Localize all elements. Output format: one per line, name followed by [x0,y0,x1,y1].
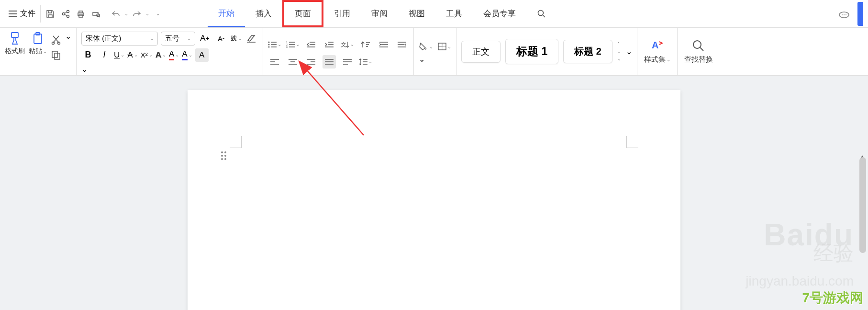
vertical-scrollbar[interactable] [859,157,866,253]
quick-access-toolbar [41,5,106,23]
print-icon[interactable] [76,9,86,19]
styles-expand-icon[interactable]: ⌄ [626,47,632,56]
find-replace-label: 查找替换 [684,55,713,64]
bold-icon[interactable]: B [81,48,95,62]
svg-point-2 [67,15,69,17]
font-expand-icon[interactable]: ⌄ [81,65,258,74]
side-panel-indicator[interactable] [857,2,863,26]
change-case-button[interactable]: 嫂⌄ [231,34,242,43]
watermark-site7: 7号游戏网 [802,289,863,307]
svg-point-21 [268,44,270,45]
qat-dropdown[interactable]: ⌄ [156,11,160,16]
highlight-button[interactable]: A⌄ [169,49,179,60]
tab-vip[interactable]: 会员专享 [473,0,526,27]
font-size-combo[interactable]: 五号⌄ [161,32,195,46]
drag-handle-icon[interactable] [221,151,226,160]
svg-text:A: A [652,40,658,50]
clear-format-icon[interactable] [245,32,258,45]
tab-review[interactable]: 审阅 [361,0,398,27]
print-preview-icon[interactable] [91,9,101,19]
line-spacing-button[interactable]: ⌄ [359,58,372,66]
undo-dropdown[interactable]: ⌄ [124,11,128,16]
style-heading-1[interactable]: 标题 1 [505,39,558,64]
align-right-icon[interactable] [304,55,318,69]
underline-button[interactable]: U⌄ [114,50,124,60]
svg-point-20 [268,41,270,43]
style-normal[interactable]: 正文 [461,41,501,63]
format-brush-icon [8,32,22,45]
style-heading-2[interactable]: 标题 2 [563,40,612,63]
tab-reference[interactable]: 引用 [323,0,361,27]
text-direction-button[interactable]: 文⌄ [341,41,354,48]
document-area: ▲ [0,76,868,310]
outdent-markers-icon[interactable] [395,38,409,51]
strikethrough-button[interactable]: A⌄ [127,50,137,60]
find-replace-group[interactable]: 查找替换 [678,28,720,75]
undo-redo-group: ⌄ ⌄ ⌄ [106,10,165,18]
indent-markers-icon[interactable] [377,38,390,51]
bullets-button[interactable]: ⌄ [268,41,281,48]
grow-font-icon[interactable]: A+ [198,32,211,45]
fill-button[interactable]: ⌄ [419,42,433,51]
shading-icon[interactable]: A [195,48,209,62]
para-expand-icon[interactable]: ⌄ [419,55,451,64]
style-expand-icon[interactable]: ⌄ [617,56,621,61]
style-up-icon[interactable]: ˄ [617,42,621,47]
style-nav: ˄ ⌄ ⌄ [617,42,621,61]
text-effect-button[interactable]: A⌄ [156,50,166,60]
ribbon: 格式刷 粘贴⌄ ⌄ 宋体 (正文)⌄ 五号⌄ A+ A- 嫂⌄ B I U⌄ A… [0,28,868,76]
svg-point-0 [63,12,65,15]
svg-text:文: 文 [341,41,346,48]
margin-corner-tr [626,136,638,148]
tab-page[interactable]: 页面 [282,0,323,27]
distribute-icon[interactable] [341,55,354,69]
font-name-combo[interactable]: 宋体 (正文)⌄ [81,32,158,46]
save-icon[interactable] [45,9,55,19]
align-justify-icon[interactable] [323,55,336,69]
file-menu[interactable]: 文件 [4,5,41,23]
increase-indent-icon[interactable] [323,38,336,51]
watermark-jingyan: 经验 [813,240,854,267]
style-down-icon[interactable]: ⌄ [617,49,621,54]
document-page[interactable] [188,90,680,310]
tab-start[interactable]: 开始 [208,0,245,27]
paragraph-group: ⌄ 123⌄ 文⌄ ⌄ [263,28,414,75]
styleset-group[interactable]: A 样式集⌄ [637,28,678,75]
border-button[interactable]: ⌄ [438,43,451,50]
search-tab[interactable] [526,0,557,27]
redo-dropdown[interactable]: ⌄ [145,11,149,16]
paste-icon [31,32,45,45]
margin-corner-tl [230,136,242,148]
format-brush-button[interactable]: 格式刷 [5,32,25,56]
svg-point-8 [538,10,544,15]
svg-rect-13 [11,33,18,37]
tab-insert[interactable]: 插入 [245,0,282,27]
svg-point-29 [693,41,701,48]
tab-tools[interactable]: 工具 [435,0,473,27]
font-color-button[interactable]: A⌄ [182,49,192,60]
superscript-button[interactable]: X²⌄ [141,51,153,59]
italic-icon[interactable]: I [98,48,111,62]
clipboard-expand-icon[interactable]: ⌄ [65,32,71,41]
cloud-icon[interactable] [837,7,851,21]
paste-button[interactable]: 粘贴⌄ [29,32,47,56]
svg-point-1 [67,10,69,12]
undo-icon[interactable] [111,10,121,18]
shrink-font-icon[interactable]: A- [214,32,228,45]
tab-view[interactable]: 视图 [398,0,435,27]
paste-label: 粘贴 [29,47,42,56]
share-icon[interactable] [61,9,70,19]
cut-icon[interactable] [51,34,61,45]
sort-icon[interactable] [359,38,372,51]
decrease-indent-icon[interactable] [304,38,318,51]
search-icon [537,9,546,19]
format-brush-label: 格式刷 [5,47,25,56]
align-center-icon[interactable] [286,55,300,69]
styleset-label: 样式集 [644,55,666,64]
align-left-icon[interactable] [268,55,281,69]
file-label: 文件 [20,9,35,19]
redo-icon[interactable] [132,10,142,18]
styleset-icon: A [650,39,664,52]
numbering-button[interactable]: 123⌄ [286,41,300,48]
copy-icon[interactable] [51,50,61,60]
